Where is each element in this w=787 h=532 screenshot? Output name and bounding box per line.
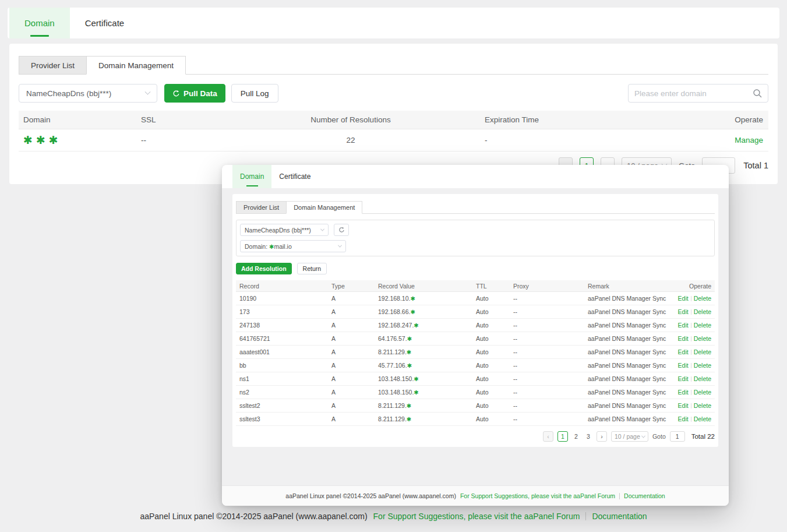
dialog-next-page-button[interactable]: ›	[597, 431, 607, 442]
return-label: Return	[303, 265, 322, 272]
edit-link[interactable]: Edit	[678, 335, 689, 342]
dialog-tab-domain-management[interactable]: Domain Management	[286, 201, 362, 214]
record-proxy: --	[513, 402, 588, 409]
dialog-refresh-button[interactable]	[334, 224, 349, 236]
delete-link[interactable]: Delete	[694, 362, 711, 369]
edit-link[interactable]: Edit	[678, 362, 689, 369]
dialog-total-count: Total 22	[691, 433, 715, 440]
record-ttl: Auto	[476, 389, 513, 396]
footer-support-link[interactable]: For Support Suggestions, please visit th…	[373, 512, 580, 521]
dialog-page-2-button[interactable]: 2	[572, 433, 580, 440]
tab-domain-management[interactable]: Domain Management	[86, 56, 186, 75]
record-row: 247138 A 192.168.247.✱ Auto -- aaPanel D…	[236, 319, 715, 332]
record-name: ssltest2	[236, 402, 331, 409]
edit-link[interactable]: Edit	[678, 415, 689, 422]
search-input[interactable]	[634, 89, 753, 98]
pull-data-button[interactable]: Pull Data	[164, 84, 225, 103]
record-value: 8.211.129.✱	[378, 402, 476, 409]
record-operate: EditDelete	[669, 308, 715, 315]
col-expiration: Expiration Time	[426, 115, 698, 124]
refresh-icon	[338, 227, 345, 233]
record-row: ns1 A 103.148.150.✱ Auto -- aaPanel DNS …	[236, 372, 715, 386]
edit-link[interactable]: Edit	[678, 375, 689, 382]
record-proxy: --	[513, 335, 588, 342]
edit-link[interactable]: Edit	[678, 308, 689, 315]
dialog-per-page-select[interactable]: 10 / page	[611, 431, 648, 442]
return-button[interactable]: Return	[297, 263, 327, 274]
record-type: A	[331, 402, 378, 409]
expiration-value: -	[426, 136, 698, 145]
record-operate: EditDelete	[669, 362, 715, 369]
edit-link[interactable]: Edit	[678, 295, 689, 302]
dialog-footer-docs-link[interactable]: Documentation	[624, 492, 665, 499]
record-ttl: Auto	[476, 348, 513, 355]
dialog-provider-select[interactable]: NameCheapDns (bbj***)	[240, 224, 329, 236]
col-ssl: SSL	[141, 115, 275, 124]
edit-link[interactable]: Edit	[678, 322, 689, 329]
record-remark: aaPanel DNS Manager Sync	[588, 295, 669, 302]
next-icon: ›	[601, 433, 603, 440]
dialog-tab-domain[interactable]: Domain	[232, 165, 271, 188]
record-operate: EditDelete	[669, 335, 715, 342]
manage-link[interactable]: Manage	[735, 136, 763, 145]
resolutions-count: 22	[275, 136, 426, 145]
record-type: A	[331, 362, 378, 369]
provider-select[interactable]: NameCheapDns (bbj***)	[19, 84, 157, 103]
search-icon[interactable]	[753, 89, 762, 98]
record-ttl: Auto	[476, 402, 513, 409]
delete-link[interactable]: Delete	[694, 375, 711, 382]
dialog-footer: aaPanel Linux panel ©2014-2025 aaPanel (…	[222, 485, 729, 506]
pull-log-button[interactable]: Pull Log	[231, 84, 278, 103]
record-value: 64.176.57.✱	[378, 335, 476, 342]
dialog-page-3-button[interactable]: 3	[584, 433, 592, 440]
dialog-footer-support-link[interactable]: For Support Suggestions, please visit th…	[460, 492, 615, 499]
record-operate: EditDelete	[669, 389, 715, 396]
divider	[691, 336, 691, 341]
record-remark: aaPanel DNS Manager Sync	[588, 335, 669, 342]
add-resolution-button[interactable]: Add Resolution	[236, 263, 292, 274]
delete-link[interactable]: Delete	[694, 389, 711, 396]
record-row: 10190 A 192.168.10.✱ Auto -- aaPanel DNS…	[236, 292, 715, 305]
dialog-tab-provider-list[interactable]: Provider List	[236, 201, 287, 214]
mask-asterisk: ✱	[410, 309, 415, 315]
record-type: A	[331, 295, 378, 302]
record-row: aaatest001 A 8.211.129.✱ Auto -- aaPanel…	[236, 346, 715, 359]
delete-link[interactable]: Delete	[694, 415, 711, 422]
inner-tab-bar: Provider List Domain Management	[19, 56, 768, 75]
domain-search	[628, 84, 768, 103]
delete-link[interactable]: Delete	[694, 308, 711, 315]
record-row: ssltest3 A 8.211.129.✱ Auto -- aaPanel D…	[236, 413, 715, 426]
prev-icon: ‹	[547, 433, 549, 440]
edit-link[interactable]: Edit	[678, 402, 689, 409]
dialog-page-1-button[interactable]: 1	[557, 431, 568, 442]
domain-table-row: ✱✱✱ -- 22 - Manage	[19, 129, 768, 152]
col-operate: Operate	[698, 115, 768, 124]
edit-link[interactable]: Edit	[678, 348, 689, 355]
tab-domain[interactable]: Domain	[9, 8, 70, 38]
dialog-tab-certificate[interactable]: Certificate	[271, 165, 318, 188]
dialog-goto-input[interactable]	[670, 431, 685, 442]
tab-domain-label: Domain	[24, 18, 55, 28]
tab-provider-list[interactable]: Provider List	[19, 56, 87, 75]
record-name: aaatest001	[236, 348, 331, 355]
record-name: 641765721	[236, 335, 331, 342]
delete-link[interactable]: Delete	[694, 335, 711, 342]
delete-link[interactable]: Delete	[694, 295, 711, 302]
delete-link[interactable]: Delete	[694, 402, 711, 409]
pull-log-label: Pull Log	[241, 89, 269, 98]
mask-asterisk: ✱	[407, 336, 412, 342]
refresh-icon	[172, 90, 180, 97]
tab-certificate[interactable]: Certificate	[70, 8, 140, 38]
dialog-prev-page-button[interactable]: ‹	[543, 431, 553, 442]
mask-asterisk: ✱	[407, 416, 411, 422]
record-name: 247138	[236, 322, 331, 329]
domain-label: Domain:	[245, 243, 267, 250]
dialog-tab-domain-management-label: Domain Management	[294, 204, 355, 211]
dialog-domain-select[interactable]: Domain: ✱mail.io	[240, 240, 346, 252]
delete-link[interactable]: Delete	[694, 322, 711, 329]
delete-link[interactable]: Delete	[694, 348, 711, 355]
edit-link[interactable]: Edit	[678, 389, 689, 396]
footer-docs-link[interactable]: Documentation	[592, 512, 647, 521]
record-operate: EditDelete	[669, 295, 715, 302]
chevron-down-icon	[145, 89, 151, 94]
